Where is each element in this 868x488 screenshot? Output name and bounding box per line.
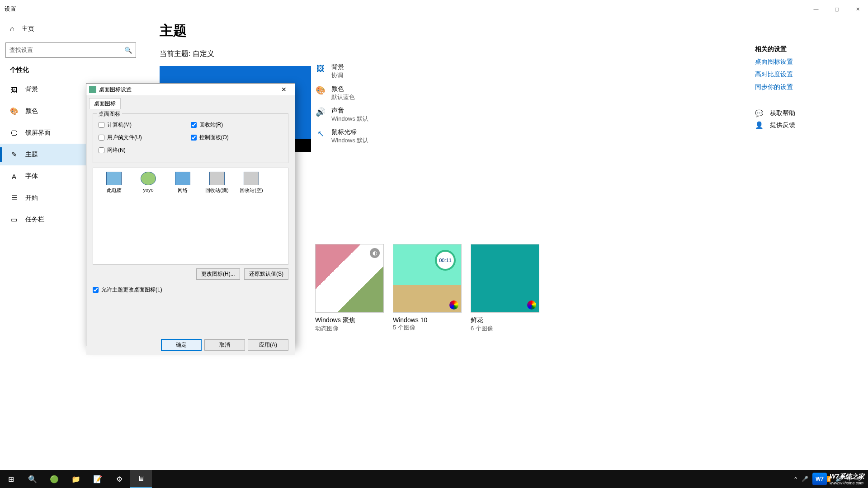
chk-label: 用户的文件(U): [107, 134, 142, 141]
icon-label: 回收站(满): [200, 187, 234, 194]
theme-card-windows10[interactable]: 00:11 Windows 10 5 个图像: [393, 244, 462, 333]
notepad-button[interactable]: 📝: [87, 470, 108, 488]
recycle-empty-icon: [244, 172, 259, 185]
link-sync[interactable]: 同步你的设置: [755, 83, 854, 91]
prop-title: 颜色: [331, 85, 355, 93]
themes-list: ◐ Windows 聚焦 动态图像 00:11 Windows 10 5 个图像…: [315, 244, 539, 333]
icon-item-thispc[interactable]: 此电脑: [97, 172, 131, 194]
icon-item-network[interactable]: 网络: [165, 172, 200, 194]
prop-cursor[interactable]: ↖鼠标光标Windows 默认: [315, 128, 368, 145]
font-icon: A: [10, 173, 18, 180]
recycle-full-icon: [209, 172, 225, 185]
icon-item-recycle-full[interactable]: 回收站(满): [200, 172, 234, 194]
display-task-button[interactable]: 🖥: [130, 470, 152, 488]
prop-value: 协调: [331, 71, 344, 80]
watermark-text: W7系统之家: [830, 473, 864, 481]
dialog-icon: [89, 86, 96, 93]
color-badge-icon: [527, 300, 536, 310]
icon-item-user[interactable]: yoyo: [131, 172, 165, 192]
cancel-button[interactable]: 取消: [204, 339, 245, 351]
chk-computer[interactable]: 计算机(M): [99, 118, 191, 131]
user-icon: [141, 172, 156, 185]
prop-title: 鼠标光标: [331, 128, 368, 136]
fieldset-legend: 桌面图标: [97, 110, 122, 118]
dialog-close-button[interactable]: ✕: [276, 86, 292, 93]
icon-item-recycle-empty[interactable]: 回收站(空): [234, 172, 269, 194]
ok-button[interactable]: 确定: [161, 339, 202, 351]
sidebar-item-label: 主题: [25, 150, 38, 159]
theme-properties: 🖼背景协调 🎨颜色默认蓝色 🔊声音Windows 默认 ↖鼠标光标Windows…: [315, 63, 368, 150]
change-icon-button[interactable]: 更改图标(H)...: [196, 268, 240, 280]
color-badge-icon: [449, 300, 458, 310]
prop-value: 默认蓝色: [331, 93, 355, 101]
sidebar-home[interactable]: ⌂ 主页: [0, 18, 142, 40]
chrome-button[interactable]: 🟢: [43, 470, 65, 488]
icon-preview-list[interactable]: 此电脑 yoyo 网络 回收站(满) 回收站(空): [93, 168, 288, 265]
theme-card-spotlight[interactable]: ◐ Windows 聚焦 动态图像: [315, 244, 384, 333]
sidebar-home-label: 主页: [22, 25, 34, 33]
cursor-icon: ↖: [315, 128, 326, 139]
timer-badge: 00:11: [435, 250, 456, 271]
chk-controlpanel[interactable]: 控制面板(O): [191, 131, 283, 144]
network-icon: [175, 172, 190, 185]
desktop-icons-dialog: 桌面图标设置 ✕ 桌面图标 桌面图标 计算机(M) 用户的文件(U) 网络(N)…: [86, 83, 295, 346]
taskbar-icon: ▭: [10, 216, 18, 224]
section-heading: 个性化: [0, 66, 142, 79]
search-input[interactable]: 查找设置 🔍: [5, 42, 136, 58]
start-button[interactable]: ⊞: [0, 470, 22, 488]
minimize-button[interactable]: —: [806, 0, 826, 18]
icon-label: 回收站(空): [234, 187, 269, 194]
chk-recycle[interactable]: 回收站(R): [191, 118, 283, 131]
prop-color[interactable]: 🎨颜色默认蓝色: [315, 85, 368, 101]
theme-name: 鲜花: [471, 316, 539, 324]
sidebar-item-label: 任务栏: [25, 216, 44, 224]
theme-icon: ✎: [10, 150, 18, 159]
desktop-icons-fieldset: 桌面图标 计算机(M) 用户的文件(U) 网络(N) 回收站(R) 控制面板(O…: [93, 113, 288, 163]
search-button[interactable]: 🔍: [22, 470, 43, 488]
maximize-button[interactable]: ▢: [826, 0, 847, 18]
search-icon: 🔍: [124, 47, 132, 54]
sidebar-item-label: 背景: [25, 85, 38, 94]
tray-chevron-icon[interactable]: ^: [794, 476, 797, 482]
apply-button[interactable]: 应用(A): [248, 339, 288, 351]
icon-label: 网络: [165, 187, 200, 194]
close-button[interactable]: ✕: [847, 0, 868, 18]
help-label: 获取帮助: [770, 109, 795, 117]
pc-icon: [106, 172, 122, 185]
chk-allow-themes[interactable]: 允许主题更改桌面图标(L): [93, 286, 288, 294]
chk-label: 计算机(M): [107, 121, 132, 129]
theme-card-flowers[interactable]: 鲜花 6 个图像: [471, 244, 539, 333]
spotlight-icon: ◐: [370, 248, 380, 258]
restore-defaults-button[interactable]: 还原默认值(S): [244, 268, 288, 280]
tray-mic-icon[interactable]: 🎤: [802, 476, 808, 482]
give-feedback[interactable]: 👤提供反馈: [755, 121, 854, 129]
link-high-contrast[interactable]: 高对比度设置: [755, 70, 854, 79]
chk-label: 网络(N): [107, 146, 126, 154]
theme-name: Windows 聚焦: [315, 316, 384, 324]
chk-label: 允许主题更改桌面图标(L): [101, 286, 162, 294]
icon-label: yoyo: [131, 187, 165, 192]
get-help[interactable]: 💬获取帮助: [755, 109, 854, 117]
dialog-titlebar: 桌面图标设置 ✕: [86, 84, 295, 95]
lock-icon: 🖵: [10, 129, 18, 137]
related-heading: 相关的设置: [755, 45, 854, 53]
theme-sub: 动态图像: [315, 324, 384, 333]
feedback-icon: 👤: [755, 121, 764, 129]
chk-userfiles[interactable]: 用户的文件(U): [99, 131, 191, 144]
explorer-button[interactable]: 📁: [65, 470, 87, 488]
prop-sound[interactable]: 🔊声音Windows 默认: [315, 107, 368, 123]
dialog-title: 桌面图标设置: [99, 86, 132, 94]
page-title: 主题: [160, 22, 850, 40]
watermark-badge-icon: W7: [812, 473, 827, 485]
prop-background[interactable]: 🖼背景协调: [315, 63, 368, 80]
chk-label: 回收站(R): [199, 121, 223, 129]
chk-network[interactable]: 网络(N): [99, 144, 191, 156]
help-icon: 💬: [755, 109, 764, 117]
chk-label: 控制面板(O): [199, 134, 229, 141]
settings-task-button[interactable]: ⚙: [108, 470, 130, 488]
link-desktop-icons[interactable]: 桌面图标设置: [755, 58, 854, 66]
start-icon: ☰: [10, 194, 18, 202]
related-settings: 相关的设置 桌面图标设置 高对比度设置 同步你的设置 💬获取帮助 👤提供反馈: [755, 45, 854, 133]
tab-desktop-icons[interactable]: 桌面图标: [89, 98, 121, 109]
palette-icon: 🎨: [315, 85, 326, 96]
